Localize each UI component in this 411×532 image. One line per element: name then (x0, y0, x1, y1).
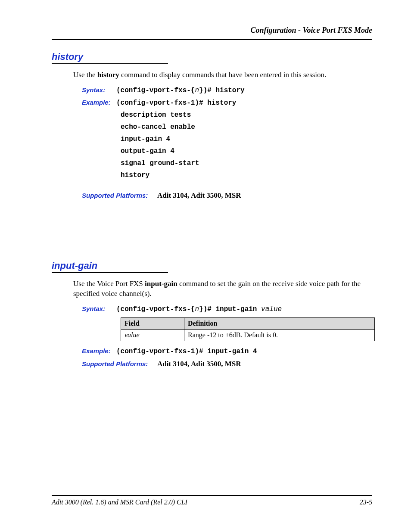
supported-platforms-value: Adit 3104, Adit 3500, MSR (157, 360, 241, 368)
section-input-gain: input-gain Use the Voice Port FXS input-… (52, 260, 372, 368)
supported-platforms-value: Adit 3104, Adit 3500, MSR (157, 191, 241, 200)
syntax-label: Syntax: (82, 305, 116, 312)
history-output-line: signal ground-start (121, 159, 372, 167)
history-output-line: history (121, 171, 372, 179)
param-table: Field Definition value Range -12 to +6dB… (121, 317, 375, 341)
section-title-input-gain: input-gain (52, 260, 372, 271)
example-label: Example: (82, 99, 116, 106)
input-gain-example-cmd: (config-vport-fxs-1)# input-gain 4 (116, 348, 257, 355)
history-syntax-row: Syntax: (config-vport-fxs-{n})# history (82, 86, 372, 94)
text: })# history (199, 87, 245, 94)
history-syntax: (config-vport-fxs-{n})# history (116, 87, 245, 94)
cell-field: value (121, 329, 184, 341)
page-footer: Adit 3000 (Rel. 1.6) and MSR Card (Rel 2… (52, 495, 372, 506)
section-title-history: history (52, 51, 372, 62)
footer-page-number: 23-5 (360, 498, 372, 506)
running-head: Configuration - Voice Port FXS Mode (52, 26, 372, 35)
footer-rule (52, 495, 372, 496)
input-gain-example-row: Example: (config-vport-fxs-1)# input-gai… (82, 347, 372, 355)
param-value: value (261, 305, 282, 313)
example-label: Example: (82, 347, 116, 355)
param-n: n (195, 305, 199, 313)
input-gain-syntax-row: Syntax: (config-vport-fxs-{n})# input-ga… (82, 305, 372, 313)
history-output-line: echo-cancel enable (121, 123, 372, 131)
col-field: Field (121, 317, 184, 329)
text: (config-vport-fxs-{ (116, 87, 195, 94)
supported-platforms-label: Supported Platforms: (82, 192, 157, 199)
text: Use the (73, 71, 97, 79)
table-header-row: Field Definition (121, 317, 375, 329)
history-example-row: Example: (config-vport-fxs-1)# history (82, 99, 372, 107)
supported-platforms-label: Supported Platforms: (82, 360, 157, 367)
syntax-label: Syntax: (82, 86, 116, 93)
input-gain-intro: Use the Voice Port FXS input-gain comman… (73, 279, 372, 299)
text: command to display commands that have be… (119, 71, 327, 79)
history-output-line: output-gain 4 (121, 147, 372, 155)
page: Configuration - Voice Port FXS Mode hist… (0, 0, 411, 532)
input-gain-syntax: (config-vport-fxs-{n})# input-gain value (116, 305, 282, 313)
history-output-line: description tests (121, 111, 372, 119)
history-output-line: input-gain 4 (121, 135, 372, 143)
command-name: history (97, 71, 119, 79)
header-rule (52, 39, 372, 40)
input-gain-platforms-row: Supported Platforms: Adit 3104, Adit 350… (82, 360, 372, 368)
cell-definition: Range -12 to +6dB. Default is 0. (184, 329, 375, 341)
table-row: value Range -12 to +6dB. Default is 0. (121, 329, 375, 341)
text: Use the Voice Port FXS (73, 280, 145, 288)
footer-left: Adit 3000 (Rel. 1.6) and MSR Card (Rel 2… (52, 498, 187, 506)
history-example-cmd: (config-vport-fxs-1)# history (116, 99, 236, 107)
title-rule (52, 63, 168, 64)
param-n: n (195, 87, 199, 94)
text: })# input-gain (199, 305, 261, 313)
section-history: history Use the history command to displ… (52, 51, 372, 200)
text: (config-vport-fxs-{ (116, 305, 195, 313)
col-definition: Definition (184, 317, 375, 329)
history-intro: Use the history command to display comma… (73, 70, 372, 80)
history-platforms-row: Supported Platforms: Adit 3104, Adit 350… (82, 191, 372, 200)
command-name: input-gain (145, 280, 177, 288)
title-rule (52, 272, 168, 273)
